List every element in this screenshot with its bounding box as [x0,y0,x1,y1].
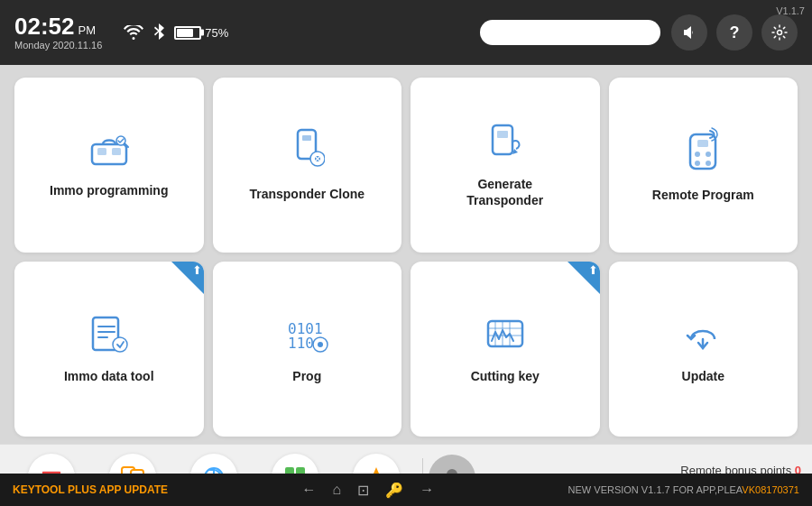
settings-button[interactable] [761,14,798,51]
svg-rect-5 [112,148,121,155]
transponder-clone-label: Transponder Clone [249,186,364,202]
card-generate-transponder[interactable]: GenerateTransponder [411,78,600,253]
card-remote-program[interactable]: Remote Program [609,78,798,253]
svg-point-17 [695,161,700,166]
forward-icon[interactable]: → [420,482,434,499]
svg-point-20 [113,337,127,352]
volume-button[interactable] [671,14,707,51]
svg-rect-14 [697,140,708,147]
update-icon [680,314,725,359]
svg-rect-11 [493,125,512,154]
card-transponder-clone[interactable]: Transponder Clone [213,78,402,253]
svg-point-16 [706,152,711,157]
main-grid: Immo programming Transponder Clone Gener… [0,65,812,444]
svg-rect-13 [690,134,715,169]
svg-point-2 [778,31,782,35]
card-immo-data-tool[interactable]: ⬆ Immo data tool [14,262,204,437]
key-icon[interactable]: 🔑 [385,482,403,499]
version-code: VK08170371 [742,484,799,495]
card-update[interactable]: Update [609,262,798,437]
recents-icon[interactable]: ⊡ [357,482,369,499]
update-notice: KEYTOOL PLUS APP UPDATE [13,483,168,496]
status-icons: 75% [124,23,228,41]
time-display: 02:52 PM [14,14,102,38]
cutting-key-label: Cutting key [471,368,540,384]
search-input[interactable] [493,25,651,40]
battery-percent: 75% [205,26,228,40]
svg-rect-12 [497,131,508,138]
time-ampm: PM [78,24,97,36]
battery-block: 75% [174,26,228,40]
immo-programming-label: Immo programming [50,182,168,198]
search-bar[interactable] [480,20,660,45]
svg-point-15 [695,152,700,157]
wifi-icon [124,25,143,40]
data-icon [89,314,129,359]
remote-icon [687,127,719,178]
card-immo-programming[interactable]: Immo programming [14,78,204,253]
status-bar: KEYTOOL PLUS APP UPDATE ← ⌂ ⊡ 🔑 → NEW VE… [0,474,812,506]
top-bar: V1.1.7 02:52 PM Monday 2020.11.16 75% [0,0,812,65]
svg-point-24 [318,342,323,347]
version-notice-text: NEW VERSION V1.1.7 FOR APP,PLEA [568,484,743,495]
svg-point-18 [706,161,711,166]
time-block: 02:52 PM Monday 2020.11.16 [14,14,102,51]
remote-program-label: Remote Program [652,187,754,203]
immo-data-tool-label: Immo data tool [64,368,154,384]
svg-text:110: 110 [288,335,314,352]
card-cutting-key[interactable]: ⬆ Cutting key [411,262,600,437]
cloud-upload-icon-immo: ⬆ [192,263,202,277]
update-label: Update [682,368,724,384]
cutting-icon [483,314,528,359]
time-value: 02:52 [14,14,75,38]
version-notice: NEW VERSION V1.1.7 FOR APP,PLEAVK0817037… [568,484,799,495]
home-icon[interactable]: ⌂ [332,482,341,499]
cloud-upload-icon-cutting: ⬆ [588,263,598,277]
svg-rect-3 [92,144,126,164]
generate-transponder-label: GenerateTransponder [466,176,543,208]
back-icon[interactable]: ← [301,482,316,499]
card-prog[interactable]: 0101 110 Prog [213,262,402,437]
generate-icon [485,122,525,167]
top-action-icons: ? [671,14,798,51]
nav-bar-icons: ← ⌂ ⊡ 🔑 → [301,482,434,499]
immo-icon [87,132,132,173]
svg-rect-4 [97,148,106,155]
version-tag: V1.1.7 [776,5,805,16]
svg-rect-8 [302,135,311,141]
prog-icon: 0101 110 [284,314,329,359]
date-display: Monday 2020.11.16 [14,40,102,51]
prog-label: Prog [292,368,321,384]
battery-fill [177,29,193,37]
transponder-icon [289,128,325,177]
help-button[interactable]: ? [716,14,752,51]
bluetooth-icon [152,23,165,41]
battery-icon [174,26,201,40]
